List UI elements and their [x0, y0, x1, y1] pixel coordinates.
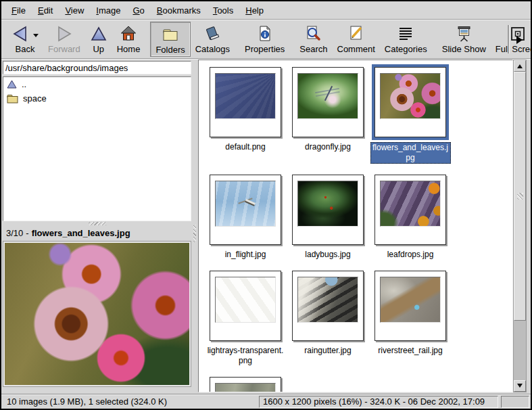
catalogs-icon [203, 24, 221, 43]
toolbar: Back Forward Up [1, 20, 531, 59]
vertical-scrollbar [513, 60, 527, 392]
menu-item-bookmarks[interactable]: Bookmarks [151, 3, 207, 18]
location-input[interactable] [3, 61, 191, 74]
thumbnail-item[interactable]: in_flight.jpg [204, 175, 287, 260]
comment-button[interactable]: Comment [333, 22, 380, 57]
folder-item-space[interactable]: space [3, 91, 191, 106]
status-right-box: 1600 x 1200 pixels (16%) - 324.0 K - 06 … [259, 396, 498, 408]
thumbnail-image [215, 181, 276, 227]
properties-button[interactable]: Properties [240, 22, 289, 57]
thumbnail-label: leafdrops.jpg [387, 250, 435, 260]
scrollbar-trough[interactable] [514, 321, 526, 380]
back-label: Back [16, 44, 35, 54]
menu-item-go[interactable]: Go [126, 3, 150, 18]
thumbnail-card [292, 67, 364, 137]
thumbnail-item[interactable]: default.png [204, 67, 287, 164]
thumbnail-image [297, 73, 358, 119]
full-screen-label: Full Screen [495, 44, 532, 54]
gthumb-window: File Edit View Image Go Bookmarks Tools … [0, 0, 532, 410]
preview-pane [3, 241, 191, 387]
categories-icon [397, 24, 414, 43]
thumbnail-card [292, 175, 364, 245]
thumbnail-image [215, 383, 276, 392]
catalogs-button[interactable]: Catalogs [191, 22, 235, 57]
up-icon [90, 24, 107, 43]
slide-show-icon [455, 24, 473, 43]
menu-item-file[interactable]: File [5, 3, 32, 18]
thumbnail-item[interactable]: ladybugs.jpg [287, 175, 369, 260]
folders-icon [162, 24, 179, 44]
folders-label: Folders [155, 45, 185, 55]
preview-image [5, 243, 189, 385]
home-button[interactable]: Home [112, 22, 145, 57]
up-button[interactable]: Up [85, 22, 112, 57]
thumbnail-item[interactable]: lightrays-transparent.png [204, 271, 287, 366]
folder-item-label: .. [22, 79, 26, 89]
thumbnail-item[interactable] [204, 377, 287, 392]
categories-label: Categories [385, 44, 427, 54]
slide-show-label: Slide Show [442, 44, 486, 54]
menu-item-help[interactable]: Help [239, 3, 270, 18]
thumbnail-card [374, 175, 446, 245]
thumbnail-label: flowers_and_leaves.jpg [370, 142, 451, 164]
menu-item-tools[interactable]: Tools [207, 3, 239, 18]
forward-button[interactable]: Forward [43, 22, 85, 57]
thumbnail-card [374, 67, 446, 137]
thumbnail-item[interactable]: riverstreet_rail.jpg [369, 271, 452, 366]
up-triangle-icon [7, 80, 17, 89]
vertical-splitter[interactable] [193, 59, 197, 394]
thumbnail-grid: default.png dragonfly.jpg flowers_and_le… [199, 60, 512, 392]
thumbnail-image [215, 73, 276, 119]
thumbnail-label: raingutter.jpg [304, 346, 352, 356]
comment-label: Comment [337, 44, 375, 54]
thumbnail-item[interactable]: flowers_and_leaves.jpg [369, 67, 452, 164]
search-button[interactable]: Search [295, 22, 332, 57]
toolbar-overflow-arrow[interactable] [516, 36, 527, 44]
search-icon [305, 24, 322, 43]
slide-show-button[interactable]: Slide Show [437, 22, 491, 57]
properties-label: Properties [245, 44, 285, 54]
thumbnail-image [297, 181, 358, 227]
forward-icon [55, 24, 73, 43]
back-icon [11, 24, 39, 43]
thumbnail-image [215, 277, 276, 323]
scrollbar-down-button[interactable] [514, 380, 526, 392]
window-resize-grip[interactable] [501, 396, 529, 408]
categories-button[interactable]: Categories [380, 22, 432, 57]
folder-tree: .. space [3, 76, 191, 221]
thumbnail-image [380, 277, 441, 323]
view-area: default.png dragonfly.jpg flowers_and_le… [197, 59, 531, 394]
thumbnail-image [380, 73, 441, 119]
forward-label: Forward [48, 44, 80, 54]
thumbnail-label: in_flight.jpg [224, 250, 267, 260]
thumbnail-item[interactable]: raingutter.jpg [287, 271, 369, 366]
search-label: Search [299, 44, 327, 54]
image-browser: default.png dragonfly.jpg flowers_and_le… [198, 60, 513, 392]
menu-item-edit[interactable]: Edit [32, 3, 59, 18]
folder-icon [7, 94, 18, 104]
thumbnail-item[interactable]: leafdrops.jpg [369, 175, 452, 260]
back-button[interactable]: Back [7, 22, 43, 57]
comment-icon [347, 24, 365, 43]
thumbnail-item[interactable]: dragonfly.jpg [287, 67, 369, 164]
menu-item-view[interactable]: View [59, 3, 90, 18]
thumbnail-card [210, 377, 281, 392]
status-separator: - [26, 228, 28, 238]
catalogs-label: Catalogs [195, 44, 230, 54]
thumbnail-card [374, 271, 446, 341]
scrollbar-up-button[interactable] [514, 60, 526, 72]
folders-button[interactable]: Folders [150, 22, 190, 57]
left-panel: .. space 3/10 - flowers_and_leaves.jpg [1, 59, 193, 394]
properties-icon [256, 24, 274, 43]
toolbar-separator [508, 25, 509, 53]
status-right-text: 1600 x 1200 pixels (16%) - 324.0 K - 06 … [263, 396, 485, 407]
statusbar: 10 images (1.9 MB), 1 selected (324.0 K)… [1, 394, 531, 409]
current-filename: flowers_and_leaves.jpg [32, 228, 130, 238]
scrollbar-thumb[interactable] [514, 72, 526, 321]
thumbnail-label: ladybugs.jpg [304, 250, 351, 260]
folder-item-parent[interactable]: .. [3, 77, 191, 91]
menu-item-image[interactable]: Image [90, 3, 126, 18]
back-dropdown-caret[interactable] [33, 34, 39, 40]
thumbnail-image [380, 181, 441, 227]
folder-item-label: space [23, 93, 47, 104]
